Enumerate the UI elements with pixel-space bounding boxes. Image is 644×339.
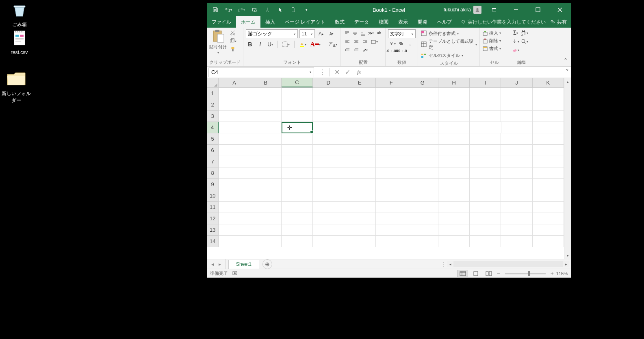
cell-F6[interactable] xyxy=(376,145,407,156)
row-header-6[interactable]: 6 xyxy=(207,145,219,156)
cell-I10[interactable] xyxy=(470,190,501,202)
cell-A6[interactable] xyxy=(219,145,250,156)
normal-view-button[interactable] xyxy=(458,270,468,277)
cell-C4[interactable]: ✛ xyxy=(282,122,313,133)
cell-I6[interactable] xyxy=(470,145,501,156)
cell-B8[interactable] xyxy=(250,167,282,179)
cell-I2[interactable] xyxy=(470,99,501,111)
cell-I13[interactable] xyxy=(470,224,501,236)
cell-K12[interactable] xyxy=(533,213,564,224)
cell-J1[interactable] xyxy=(501,88,532,99)
cell-E3[interactable] xyxy=(344,111,375,122)
cell-K13[interactable] xyxy=(533,224,564,236)
touch-mode-icon[interactable] xyxy=(262,4,273,15)
cell-H7[interactable] xyxy=(438,156,470,167)
cell-B5[interactable] xyxy=(250,133,282,145)
cell-G6[interactable] xyxy=(407,145,438,156)
cell-F9[interactable] xyxy=(376,179,407,190)
cell-C9[interactable] xyxy=(282,179,313,190)
cell-C10[interactable] xyxy=(282,190,313,202)
column-header-I[interactable]: I xyxy=(470,78,501,87)
select-all-corner[interactable] xyxy=(207,78,219,88)
cell-G9[interactable] xyxy=(407,179,438,190)
cell-J5[interactable] xyxy=(501,133,532,145)
cell-D4[interactable] xyxy=(313,122,344,133)
cell-A7[interactable] xyxy=(219,156,250,167)
zoom-in-button[interactable]: + xyxy=(551,270,554,277)
cell-G4[interactable] xyxy=(407,122,438,133)
cell-K5[interactable] xyxy=(533,133,564,145)
cell-I11[interactable] xyxy=(470,202,501,213)
cell-F4[interactable] xyxy=(376,122,407,133)
align-bottom-button[interactable] xyxy=(360,29,367,37)
font-size-select[interactable]: 11∨ xyxy=(299,29,315,38)
decrease-decimal-button[interactable]: .00→.0 xyxy=(397,47,405,54)
cell-F3[interactable] xyxy=(376,111,407,122)
decrease-indent-button[interactable] xyxy=(343,46,351,54)
row-header-14[interactable]: 14 xyxy=(207,236,219,247)
cell-G2[interactable] xyxy=(407,99,438,111)
name-box[interactable]: C4 ▾ xyxy=(208,67,314,77)
cell-K3[interactable] xyxy=(533,111,564,122)
cell-J4[interactable] xyxy=(501,122,533,133)
cell-B2[interactable] xyxy=(250,99,282,111)
row-header-5[interactable]: 5 xyxy=(207,133,219,145)
sheet-tab-sheet1[interactable]: Sheet1 xyxy=(228,260,259,269)
cell-A9[interactable] xyxy=(219,179,250,190)
cell-G14[interactable] xyxy=(407,236,438,247)
cell-E1[interactable] xyxy=(344,88,375,99)
autosum-button[interactable]: Σ▾ xyxy=(512,29,520,37)
cell-H5[interactable] xyxy=(438,133,470,145)
cell-H10[interactable] xyxy=(438,190,470,202)
cell-C11[interactable] xyxy=(282,202,313,213)
cell-H6[interactable] xyxy=(438,145,470,156)
cell-G7[interactable] xyxy=(407,156,438,167)
cell-J2[interactable] xyxy=(501,99,532,111)
row-header-7[interactable]: 7 xyxy=(207,156,219,167)
cell-D11[interactable] xyxy=(313,202,344,213)
cell-K1[interactable] xyxy=(533,88,564,99)
row-header-8[interactable]: 8 xyxy=(207,167,219,179)
cell-C14[interactable] xyxy=(282,236,313,247)
scroll-down-button[interactable]: ▾ xyxy=(564,252,571,259)
decrease-font-button[interactable]: A▾ xyxy=(327,29,336,38)
cell-A5[interactable] xyxy=(219,133,250,145)
fx-label[interactable]: fx xyxy=(355,69,363,76)
cell-C1[interactable] xyxy=(282,88,313,99)
cell-I1[interactable] xyxy=(470,88,501,99)
cell-I14[interactable] xyxy=(470,236,501,247)
page-layout-view-button[interactable] xyxy=(471,270,481,277)
print-preview-icon[interactable] xyxy=(249,4,260,15)
desktop-recycle-bin[interactable]: ごみ箱 xyxy=(3,0,36,28)
cell-C3[interactable] xyxy=(282,111,313,122)
redo-icon[interactable]: ▾ xyxy=(236,4,247,15)
formula-input[interactable] xyxy=(363,68,564,77)
cell-K10[interactable] xyxy=(533,190,564,202)
cell-A3[interactable] xyxy=(219,111,250,122)
cell-J12[interactable] xyxy=(501,213,532,224)
cell-F1[interactable] xyxy=(376,88,407,99)
pointer-icon[interactable] xyxy=(275,4,286,15)
cell-C6[interactable] xyxy=(282,145,313,156)
cell-G13[interactable] xyxy=(407,224,438,236)
align-right-button[interactable] xyxy=(361,38,369,45)
cell-D6[interactable] xyxy=(313,145,344,156)
tab-insert[interactable]: 挿入 xyxy=(260,16,280,28)
tab-split-handle[interactable]: ⋮ xyxy=(441,261,446,267)
zoom-out-button[interactable]: − xyxy=(497,270,500,277)
cell-K6[interactable] xyxy=(533,145,564,156)
maximize-button[interactable] xyxy=(529,4,547,16)
column-header-K[interactable]: K xyxy=(533,78,564,87)
desktop-file-testcsv[interactable]: test.csv xyxy=(3,28,36,55)
font-color-button[interactable]: A▾ xyxy=(310,40,321,49)
vertical-scrollbar[interactable]: ▴ ▾ xyxy=(564,78,571,259)
cell-E12[interactable] xyxy=(344,213,375,224)
bold-button[interactable]: B xyxy=(246,40,254,49)
tab-help[interactable]: ヘルプ xyxy=(432,16,457,28)
cell-A8[interactable] xyxy=(219,167,250,179)
scroll-left-button[interactable]: ◂ xyxy=(447,261,453,267)
row-header-2[interactable]: 2 xyxy=(207,99,219,111)
cell-G8[interactable] xyxy=(407,167,438,179)
cell-B1[interactable] xyxy=(250,88,282,99)
increase-indent-button[interactable] xyxy=(352,46,360,54)
